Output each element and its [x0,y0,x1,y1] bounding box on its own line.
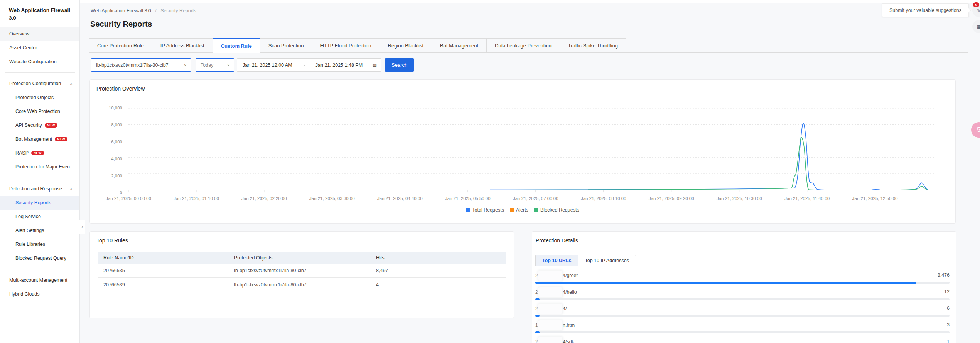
details-tab-top-10-urls[interactable]: Top 10 URLs [536,255,578,266]
sidebar-item-overview[interactable]: Overview [0,27,79,41]
url-bar-track [535,331,950,333]
url-bar-track [535,282,950,284]
url-prefix: 1 [535,323,538,328]
tab-bot-management[interactable]: Bot Management [432,38,487,52]
protection-details-title: Protection Details [536,237,578,244]
url-value: 3 [947,322,950,328]
sidebar-item-label: Protection Configuration [9,81,61,86]
sidebar-item-protection-configuration[interactable]: Protection Configuration∧ [0,77,79,91]
details-tab-top-10-ip-addresses[interactable]: Top 10 IP Addresses [578,255,635,266]
sidebar-item-security-reports[interactable]: Security Reports [0,196,79,210]
tab-core-protection-rule[interactable]: Core Protection Rule [89,38,152,52]
protection-details-card: Protection Details Top 10 URLsTop 10 IP … [532,231,956,343]
table-row[interactable]: 20766539lb-bp1ctxsvz0tvmmx1i7ila-80-clb7… [98,278,506,292]
url-bar-track [535,315,950,317]
sidebar-item-blocked-request-query[interactable]: Blocked Request Query [0,251,79,265]
y-axis-tick-label: 0 [90,190,122,195]
sidebar-collapse-handle[interactable]: ‹ [79,220,85,234]
legend-item-blocked-requests[interactable]: Blocked Requests [534,207,579,213]
breadcrumb-root[interactable]: Web Application Firewall 3.0 [91,8,151,13]
chevron-down-icon: ∨ [180,63,187,66]
redacted-text [538,287,562,297]
sidebar-item-multi-account-management[interactable]: Multi-account Management [0,273,79,287]
filter-row: lb-bp1ctxsvz0tvmmx1i7ila-80-clb7 ∨ Today… [91,58,414,72]
url-bar-fill [535,298,540,300]
page-title: Security Reports [90,20,152,29]
sidebar-item-protection-for-major-even[interactable]: Protection for Major Even [0,160,79,174]
url-tail: 4/hello [563,289,577,295]
suggestions-tooltip: Submit your valuable suggestions [882,3,969,17]
instance-select[interactable]: lb-bp1ctxsvz0tvmmx1i7ila-80-clb7 ∨ [91,58,191,72]
tab-data-leakage-prevention[interactable]: Data Leakage Prevention [486,38,560,52]
legend-swatch [534,208,538,212]
sidebar-item-api-security[interactable]: API SecurityNEW [0,118,79,132]
url-prefix: 2 [535,339,538,343]
new-badge: NEW [55,137,67,142]
protection-overview-chart [128,108,934,193]
top-rules-card: Top 10 Rules Rule Name/ID Protected Obje… [89,231,514,318]
sidebar-item-label: Website Configuration [9,59,57,64]
tab-custom-rule[interactable]: Custom Rule [213,38,260,53]
breadcrumb: Web Application Firewall 3.0 / Security … [91,8,196,13]
x-axis-tick-label: Jan 21, 2025, 05:50:00 [445,196,491,201]
x-axis-tick-label: Jan 21, 2025, 11:40:00 [784,196,830,201]
sidebar-item-protected-objects[interactable]: Protected Objects [0,91,79,104]
tab-traffic-spike-throttling[interactable]: Traffic Spike Throttling [560,38,626,52]
calendar-icon: ▦ [372,62,377,68]
cell-hits: 8,497 [376,268,506,273]
tab-scan-protection[interactable]: Scan Protection [260,38,312,52]
top-rules-table: Rule Name/ID Protected Objects Hits 2076… [98,252,506,292]
sidebar-item-website-configuration[interactable]: Website Configuration [0,55,79,69]
range-preset-select[interactable]: Today ∨ [196,58,234,72]
tab-ip-address-blacklist[interactable]: IP Address Blacklist [152,38,213,52]
url-label: 1n.htm [535,321,575,330]
sidebar-item-label: Core Web Protection [15,109,60,114]
sidebar-divider [5,269,75,269]
sidebar-item-alert-settings[interactable]: Alert Settings [0,224,79,237]
url-label: 24/greet [535,271,578,280]
date-range-input[interactable]: Jan 21, 2025 12:00 AM - Jan 21, 2025 1:4… [237,58,381,72]
chevron-up-icon: ∧ [70,187,73,191]
url-bar-track [535,298,950,300]
url-value: 12 [944,289,950,294]
sidebar-item-asset-center[interactable]: Asset Center [0,41,79,55]
tab-http-flood-protection[interactable]: HTTP Flood Protection [312,38,380,52]
sidebar-item-core-web-protection[interactable]: Core Web Protection [0,104,79,118]
range-preset-value: Today [201,62,213,68]
sidebar-item-log-service[interactable]: Log Service [0,210,79,224]
x-axis-tick-label: Jan 21, 2025, 09:20:00 [649,196,694,201]
sidebar-item-label: Multi-account Management [9,277,67,283]
sidebar-item-label: Detection and Response [9,186,62,192]
sidebar-item-hybrid-clouds[interactable]: Hybrid Clouds [0,287,79,301]
table-row[interactable]: 20766535lb-bp1ctxsvz0tvmmx1i7ila-80-clb7… [98,264,506,278]
url-list-item: 24/6 [535,303,950,320]
sidebar-item-rule-libraries[interactable]: Rule Libraries [0,237,79,251]
y-axis-tick-label: 6,000 [90,140,122,144]
feedback-new-badge: N [973,2,979,7]
chevron-down-icon: ∨ [223,63,230,66]
legend-item-total-requests[interactable]: Total Requests [466,207,504,213]
cell-protected-object: lb-bp1ctxsvz0tvmmx1i7ila-80-clb7 [234,268,376,273]
sidebar-item-label: Alert Settings [15,228,44,233]
tab-region-blacklist[interactable]: Region Blacklist [380,38,432,52]
x-axis-tick-label: Jan 21, 2025, 04:40:00 [377,196,423,201]
end-date-value: Jan 21, 2025 1:48 PM [315,62,363,68]
legend-label: Total Requests [472,207,504,213]
column-header-object: Protected Objects [234,255,376,261]
url-tail: 4/sdk [563,339,574,343]
url-label: 24/sdk [535,338,574,343]
protection-details-tabs: Top 10 URLsTop 10 IP Addresses [535,255,636,266]
search-button[interactable]: Search [385,58,414,72]
sidebar-item-bot-management[interactable]: Bot ManagementNEW [0,132,79,146]
table-header-row: Rule Name/ID Protected Objects Hits [98,252,506,264]
tabbar-filler [626,38,968,52]
sidebar-item-rasp[interactable]: RASPNEW [0,146,79,160]
legend-swatch [510,208,514,212]
url-value: 8,476 [938,272,950,278]
y-axis-tick-label: 10,000 [90,106,122,110]
legend-item-alerts[interactable]: Alerts [510,207,528,213]
app-title: Web Application Firewall 3.0 [0,0,79,27]
x-axis-tick-label: Jan 21, 2025, 02:20:00 [241,196,287,201]
breadcrumb-separator: / [155,8,156,13]
sidebar-item-detection-and-response[interactable]: Detection and Response∧ [0,182,79,196]
